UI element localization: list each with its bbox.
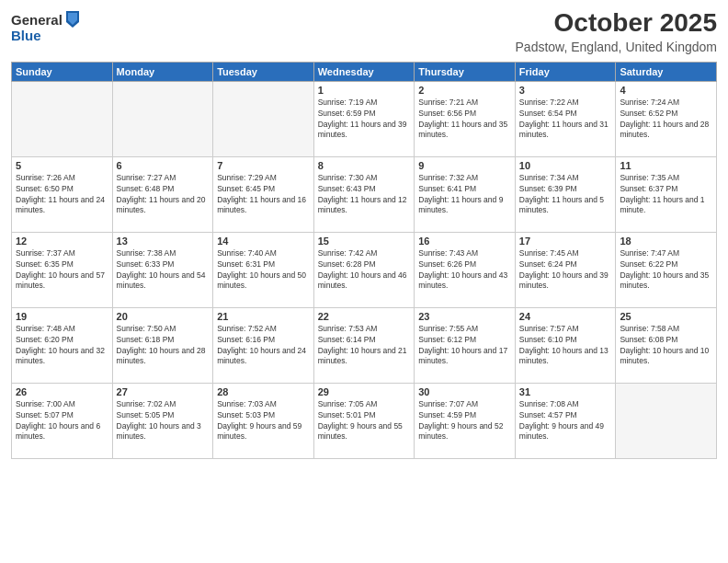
day-number: 5 <box>16 160 108 171</box>
day-number: 31 <box>519 386 612 397</box>
calendar-cell: 12Sunrise: 7:37 AMSunset: 6:35 PMDayligh… <box>12 232 113 307</box>
day-info: Sunrise: 7:37 AMSunset: 6:35 PMDaylight:… <box>16 248 108 293</box>
day-number: 19 <box>16 311 108 322</box>
day-info: Sunrise: 7:00 AMSunset: 5:07 PMDaylight:… <box>16 399 108 443</box>
day-info: Sunrise: 7:03 AMSunset: 5:03 PMDaylight:… <box>217 399 310 443</box>
logo: General Blue <box>11 9 81 43</box>
calendar-cell: 2Sunrise: 7:21 AMSunset: 6:56 PMDaylight… <box>415 81 516 156</box>
logo-icon <box>64 9 81 29</box>
day-info: Sunrise: 7:27 AMSunset: 6:48 PMDaylight:… <box>117 173 210 217</box>
day-number: 10 <box>519 160 612 171</box>
day-number: 11 <box>620 160 712 171</box>
calendar: SundayMondayTuesdayWednesdayThursdayFrid… <box>11 62 717 459</box>
day-number: 24 <box>519 311 612 322</box>
day-info: Sunrise: 7:42 AMSunset: 6:28 PMDaylight:… <box>318 248 411 293</box>
day-info: Sunrise: 7:19 AMSunset: 6:59 PMDaylight:… <box>318 98 411 142</box>
day-info: Sunrise: 7:26 AMSunset: 6:50 PMDaylight:… <box>16 173 108 217</box>
calendar-cell: 29Sunrise: 7:05 AMSunset: 5:01 PMDayligh… <box>313 383 415 458</box>
day-info: Sunrise: 7:05 AMSunset: 5:01 PMDaylight:… <box>318 399 411 443</box>
day-info: Sunrise: 7:47 AMSunset: 6:22 PMDaylight:… <box>620 248 712 293</box>
day-number: 8 <box>318 160 411 171</box>
week-row-1: 1Sunrise: 7:19 AMSunset: 6:59 PMDaylight… <box>12 81 717 156</box>
logo-blue: Blue <box>11 28 41 43</box>
calendar-cell: 13Sunrise: 7:38 AMSunset: 6:33 PMDayligh… <box>112 232 213 307</box>
calendar-cell: 19Sunrise: 7:48 AMSunset: 6:20 PMDayligh… <box>12 307 113 383</box>
day-info: Sunrise: 7:45 AMSunset: 6:24 PMDaylight:… <box>519 248 612 293</box>
day-number: 4 <box>620 85 712 96</box>
day-info: Sunrise: 7:35 AMSunset: 6:37 PMDaylight:… <box>620 173 712 217</box>
day-number: 17 <box>519 236 612 247</box>
day-info: Sunrise: 7:30 AMSunset: 6:43 PMDaylight:… <box>318 173 411 217</box>
day-info: Sunrise: 7:38 AMSunset: 6:33 PMDaylight:… <box>117 248 210 293</box>
day-number: 3 <box>519 85 612 96</box>
day-info: Sunrise: 7:02 AMSunset: 5:05 PMDaylight:… <box>117 399 210 443</box>
calendar-cell: 15Sunrise: 7:42 AMSunset: 6:28 PMDayligh… <box>313 232 415 307</box>
weekday-header-sunday: Sunday <box>12 62 113 81</box>
calendar-cell: 26Sunrise: 7:00 AMSunset: 5:07 PMDayligh… <box>12 383 113 458</box>
day-number: 16 <box>418 236 511 247</box>
week-row-3: 12Sunrise: 7:37 AMSunset: 6:35 PMDayligh… <box>12 232 717 307</box>
day-number: 23 <box>418 311 511 322</box>
calendar-cell: 24Sunrise: 7:57 AMSunset: 6:10 PMDayligh… <box>515 307 616 383</box>
day-info: Sunrise: 7:21 AMSunset: 6:56 PMDaylight:… <box>418 98 511 142</box>
day-number: 9 <box>418 160 511 171</box>
day-number: 29 <box>318 386 411 397</box>
day-info: Sunrise: 7:08 AMSunset: 4:57 PMDaylight:… <box>519 399 612 443</box>
day-number: 25 <box>620 311 712 322</box>
day-number: 21 <box>217 311 310 322</box>
day-info: Sunrise: 7:53 AMSunset: 6:14 PMDaylight:… <box>318 324 411 368</box>
day-info: Sunrise: 7:57 AMSunset: 6:10 PMDaylight:… <box>519 324 612 368</box>
calendar-cell: 30Sunrise: 7:07 AMSunset: 4:59 PMDayligh… <box>415 383 516 458</box>
title-block: October 2025 Padstow, England, United Ki… <box>516 9 717 54</box>
weekday-header-wednesday: Wednesday <box>313 62 415 81</box>
calendar-cell: 18Sunrise: 7:47 AMSunset: 6:22 PMDayligh… <box>616 232 717 307</box>
day-number: 1 <box>318 85 411 96</box>
calendar-cell: 5Sunrise: 7:26 AMSunset: 6:50 PMDaylight… <box>12 156 113 232</box>
day-info: Sunrise: 7:29 AMSunset: 6:45 PMDaylight:… <box>217 173 310 217</box>
week-row-4: 19Sunrise: 7:48 AMSunset: 6:20 PMDayligh… <box>12 307 717 383</box>
day-number: 6 <box>117 160 210 171</box>
day-number: 26 <box>16 386 108 397</box>
page: General Blue October 2025 Padstow, Engla… <box>0 0 728 563</box>
day-number: 14 <box>217 236 310 247</box>
calendar-cell: 7Sunrise: 7:29 AMSunset: 6:45 PMDaylight… <box>213 156 314 232</box>
day-info: Sunrise: 7:32 AMSunset: 6:41 PMDaylight:… <box>418 173 511 217</box>
logo-general: General <box>11 12 63 28</box>
calendar-cell: 6Sunrise: 7:27 AMSunset: 6:48 PMDaylight… <box>112 156 213 232</box>
calendar-cell: 16Sunrise: 7:43 AMSunset: 6:26 PMDayligh… <box>415 232 516 307</box>
weekday-header-friday: Friday <box>515 62 616 81</box>
day-number: 13 <box>117 236 210 247</box>
day-info: Sunrise: 7:40 AMSunset: 6:31 PMDaylight:… <box>217 248 310 293</box>
calendar-cell: 10Sunrise: 7:34 AMSunset: 6:39 PMDayligh… <box>515 156 616 232</box>
weekday-header-thursday: Thursday <box>415 62 516 81</box>
day-number: 15 <box>318 236 411 247</box>
day-number: 30 <box>418 386 511 397</box>
day-info: Sunrise: 7:43 AMSunset: 6:26 PMDaylight:… <box>418 248 511 293</box>
calendar-cell: 11Sunrise: 7:35 AMSunset: 6:37 PMDayligh… <box>616 156 717 232</box>
day-info: Sunrise: 7:55 AMSunset: 6:12 PMDaylight:… <box>418 324 511 368</box>
calendar-cell: 23Sunrise: 7:55 AMSunset: 6:12 PMDayligh… <box>415 307 516 383</box>
weekday-header-row: SundayMondayTuesdayWednesdayThursdayFrid… <box>12 62 717 81</box>
day-info: Sunrise: 7:52 AMSunset: 6:16 PMDaylight:… <box>217 324 310 368</box>
day-number: 12 <box>16 236 108 247</box>
month-title: October 2025 <box>516 9 717 38</box>
calendar-cell: 20Sunrise: 7:50 AMSunset: 6:18 PMDayligh… <box>112 307 213 383</box>
calendar-cell: 27Sunrise: 7:02 AMSunset: 5:05 PMDayligh… <box>112 383 213 458</box>
calendar-cell <box>213 81 314 156</box>
week-row-5: 26Sunrise: 7:00 AMSunset: 5:07 PMDayligh… <box>12 383 717 458</box>
calendar-cell: 25Sunrise: 7:58 AMSunset: 6:08 PMDayligh… <box>616 307 717 383</box>
day-number: 28 <box>217 386 310 397</box>
calendar-cell: 3Sunrise: 7:22 AMSunset: 6:54 PMDaylight… <box>515 81 616 156</box>
calendar-cell: 28Sunrise: 7:03 AMSunset: 5:03 PMDayligh… <box>213 383 314 458</box>
calendar-cell: 14Sunrise: 7:40 AMSunset: 6:31 PMDayligh… <box>213 232 314 307</box>
calendar-cell <box>12 81 113 156</box>
day-info: Sunrise: 7:48 AMSunset: 6:20 PMDaylight:… <box>16 324 108 368</box>
weekday-header-saturday: Saturday <box>616 62 717 81</box>
weekday-header-tuesday: Tuesday <box>213 62 314 81</box>
weekday-header-monday: Monday <box>112 62 213 81</box>
day-number: 2 <box>418 85 511 96</box>
location-title: Padstow, England, United Kingdom <box>516 40 717 54</box>
day-number: 20 <box>117 311 210 322</box>
day-info: Sunrise: 7:50 AMSunset: 6:18 PMDaylight:… <box>117 324 210 368</box>
calendar-cell: 21Sunrise: 7:52 AMSunset: 6:16 PMDayligh… <box>213 307 314 383</box>
